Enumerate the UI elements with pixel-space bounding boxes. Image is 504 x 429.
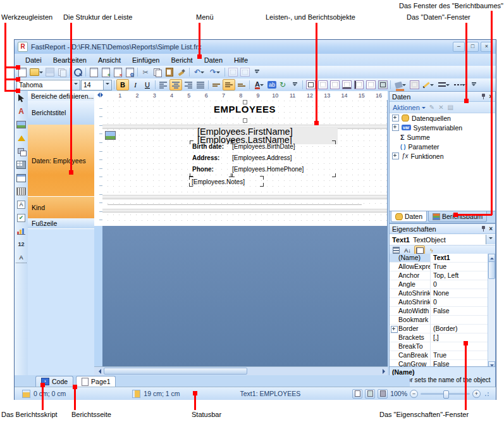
scrollbar-thumb[interactable] <box>488 261 495 279</box>
property-value[interactable]: None <box>431 289 495 297</box>
actions-menu-button[interactable]: Aktionen <box>393 104 426 111</box>
data-panel-header[interactable]: Daten × <box>390 92 495 102</box>
band-divider[interactable] <box>102 209 387 213</box>
barcode-object-icon[interactable] <box>16 186 27 196</box>
save-all-button[interactable] <box>56 67 68 77</box>
align-justify-button[interactable] <box>195 80 206 90</box>
pin-icon[interactable] <box>481 94 486 99</box>
collapse-bands-button[interactable] <box>95 92 106 97</box>
border-top-button[interactable] <box>329 80 340 90</box>
property-row[interactable]: Border (Border) <box>390 325 495 333</box>
border-overflow-button[interactable] <box>468 80 479 90</box>
property-row[interactable]: Angle 0 <box>390 280 495 289</box>
view-mode-single-button[interactable] <box>352 389 362 399</box>
object-selector-dropdown[interactable] <box>486 235 495 244</box>
align-left-button[interactable] <box>157 80 169 90</box>
object-selector-combo[interactable]: Text1 TextObject <box>390 234 495 246</box>
band-footer[interactable]: Fußzeile <box>28 218 94 229</box>
minimize-button[interactable]: – <box>453 42 465 52</box>
frame-button[interactable] <box>409 80 420 90</box>
tree-item-datenquellen[interactable]: Datenquellen <box>390 113 495 123</box>
property-value[interactable]: True <box>431 263 495 271</box>
font-name-dropdown[interactable] <box>71 80 80 90</box>
report-field-row[interactable]: Address: [Employees.Address] <box>192 154 344 166</box>
subreport-object-icon[interactable] <box>16 173 27 183</box>
view-mode-facing-button[interactable] <box>378 389 388 399</box>
report-field-row[interactable]: Phone: [Employees.HomePhone] <box>192 166 344 177</box>
menu-item[interactable]: Ansicht <box>92 56 126 64</box>
zipcode-object-icon[interactable]: A <box>16 252 27 263</box>
tab-page1[interactable]: Page1 <box>76 376 116 387</box>
cut-button[interactable]: ✂ <box>140 67 151 77</box>
property-row[interactable]: AllowExpression True <box>390 263 495 271</box>
band-child[interactable]: Kind <box>28 197 94 219</box>
highlight-button[interactable]: ab <box>267 81 276 89</box>
menu-item[interactable]: Daten <box>199 56 228 64</box>
border-left-button[interactable] <box>353 80 364 90</box>
font-size-dropdown[interactable] <box>103 80 111 90</box>
pin-icon[interactable] <box>481 226 486 232</box>
line-color-button[interactable] <box>421 80 436 90</box>
font-size-combo[interactable]: 14 <box>81 80 112 90</box>
tab-daten[interactable]: Daten <box>391 211 427 222</box>
copy-page-button[interactable]: + <box>100 67 111 77</box>
preview-button[interactable] <box>72 67 83 77</box>
copy-button[interactable] <box>152 67 163 77</box>
page-setup-button[interactable]: ⚙ <box>124 67 135 77</box>
new-page-button[interactable] <box>88 67 99 77</box>
table-object-icon[interactable] <box>16 159 27 170</box>
property-row[interactable]: (Name) Text1 <box>390 254 495 263</box>
open-button[interactable] <box>28 67 44 77</box>
configure-bands-button[interactable]: Bereiche definieren... <box>28 91 94 101</box>
child-band-line-object[interactable] <box>108 204 362 205</box>
line-width-button[interactable] <box>436 80 452 90</box>
property-value[interactable]: Top, Left <box>431 271 495 280</box>
canvas-viewport[interactable]: EMPLOYEES [Employees.FirstName] [Employe… <box>94 100 388 367</box>
menu-item[interactable]: Bericht <box>165 56 198 64</box>
property-value[interactable]: False <box>431 307 495 315</box>
property-value[interactable] <box>431 342 495 351</box>
selection-handle[interactable] <box>243 118 247 123</box>
save-button[interactable] <box>44 67 56 77</box>
format-painter-button[interactable] <box>176 67 187 77</box>
tree-item-systemvariablen[interactable]: var Systemvariablen <box>390 123 495 132</box>
toolbar-overflow-button[interactable] <box>251 67 262 77</box>
property-value[interactable]: 0 <box>431 280 495 289</box>
employee-name-object[interactable]: [Employees.FirstName] [Employees.LastNam… <box>197 128 338 144</box>
tree-item-summe[interactable]: Σ Summe <box>390 132 495 142</box>
text-object-icon[interactable]: A <box>16 106 27 116</box>
view-mode-continuous-button[interactable] <box>365 389 375 399</box>
valign-middle-button[interactable] <box>223 79 235 90</box>
notes-object[interactable]: [Employees.Notes] <box>192 178 245 185</box>
band-report-title[interactable]: Berichtstitel <box>28 101 94 125</box>
view-data-icon[interactable]: ▤ <box>448 104 453 111</box>
zoom-slider[interactable] <box>421 393 470 395</box>
border-all-button[interactable] <box>305 80 316 90</box>
menu-item[interactable]: Datei <box>20 56 47 64</box>
property-row[interactable]: CanBreak True <box>390 351 495 360</box>
property-row[interactable]: AutoShrink None <box>390 289 495 298</box>
bold-button[interactable]: B <box>116 79 129 90</box>
property-row[interactable]: BreakTo <box>390 342 495 351</box>
scrollbar-thumb[interactable] <box>104 368 247 375</box>
ungroup-button[interactable] <box>239 67 250 77</box>
zoom-in-button[interactable]: + <box>472 390 481 398</box>
property-row[interactable]: AutoShrinkMinSi: 0 <box>390 298 495 307</box>
picture-placeholder-object[interactable] <box>105 131 116 140</box>
clone-object-icon[interactable] <box>16 146 27 156</box>
property-row[interactable]: AutoWidth False <box>390 307 495 316</box>
underline-button[interactable]: U <box>142 80 153 90</box>
property-value[interactable]: 0 <box>431 298 495 306</box>
expand-icon[interactable] <box>392 115 399 121</box>
property-value[interactable]: (Border) <box>431 325 495 333</box>
report-field-row[interactable]: Birth date: [Employees.BirthDate] <box>192 143 344 154</box>
border-edit-button[interactable] <box>377 80 388 90</box>
band-data-employees[interactable]: Daten: Employees <box>28 125 94 197</box>
band-divider[interactable] <box>102 195 387 199</box>
property-row[interactable]: Anchor Top, Left <box>390 271 495 280</box>
property-value[interactable]: Text1 <box>431 254 495 262</box>
valign-bottom-button[interactable] <box>236 80 247 90</box>
delete-page-button[interactable]: × <box>112 67 123 77</box>
title-bar[interactable]: R FastReport - D:\FR.NET\Demos\Reports\S… <box>15 40 496 54</box>
valign-top-button[interactable] <box>211 80 222 90</box>
